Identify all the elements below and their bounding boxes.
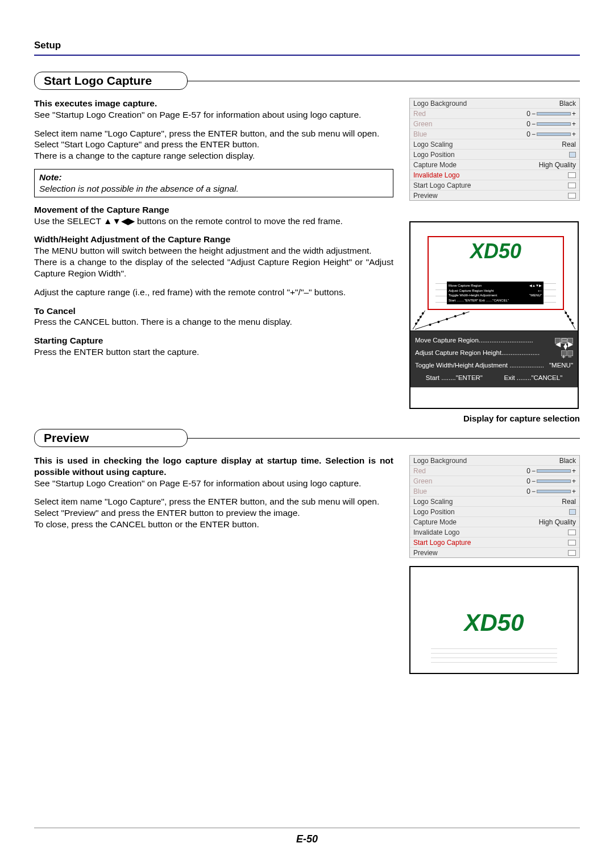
menu-item[interactable]: Logo ScalingReal <box>410 139 579 150</box>
capture-red-frame: XD50 Move Capture Region◀▲▼▶ Adjust Capt… <box>428 236 564 310</box>
txt-pv1: See "Startup Logo Creation" on Page E-57… <box>34 478 361 488</box>
txt-p3: Use the SELECT ▲▼◀▶ buttons on the remot… <box>34 216 393 227</box>
menu-item[interactable]: Invalidate Logo <box>410 170 579 180</box>
section-line <box>186 438 580 439</box>
menu-item[interactable]: Start Logo Capture <box>410 180 579 191</box>
menu-item-value: High Quality <box>530 518 576 526</box>
menu-item-value <box>530 152 576 158</box>
mini-osd: Move Capture Region◀▲▼▶ Adjust Capture R… <box>447 282 544 304</box>
txt-p2a: Select item name "Logo Capture", press t… <box>34 129 379 138</box>
menu-item[interactable]: Red0 − + <box>410 466 579 476</box>
txt-p4a: The MENU button will switch between the … <box>34 246 372 255</box>
menu-item-value <box>530 540 576 545</box>
menu-item-value <box>530 530 576 535</box>
svg-line-0 <box>413 311 425 329</box>
menu-item-value: 0 − + <box>526 120 576 128</box>
svg-point-14 <box>446 318 448 320</box>
txt-p6: Press the CANCEL button. There is a chan… <box>34 316 393 328</box>
menu-item-label: Logo Position <box>413 151 530 159</box>
menu-item[interactable]: Green0 − + <box>410 476 579 486</box>
bold-cancel: To Cancel <box>34 305 393 317</box>
menu-item-value: 0 − + <box>526 467 576 475</box>
menu-item[interactable]: Preview <box>410 191 579 200</box>
menu-item-label: Start Logo Capture <box>413 181 530 189</box>
menu-item[interactable]: Red0 − + <box>410 109 579 119</box>
section-line <box>186 81 580 81</box>
txt-pv2a: Select item name "Logo Capture", press t… <box>34 497 379 506</box>
menu-item[interactable]: Blue0 − + <box>410 129 579 139</box>
svg-point-16 <box>429 324 432 326</box>
capture-osd: Move Capture Region.....................… <box>410 330 578 387</box>
txt-p2c: There is a change to the capture range s… <box>34 151 255 160</box>
bold-width: Width/Height Adjustment of the Capture R… <box>34 234 393 245</box>
menu-item-label: Preview <box>413 192 530 200</box>
txt-pv2b: Select "Preview" and press the ENTER but… <box>34 508 300 518</box>
menu-item-label: Capture Mode <box>413 518 530 526</box>
menu-item-label: Red <box>413 467 526 475</box>
menu-item[interactable]: Logo Position <box>410 150 579 160</box>
menu-item-value: Real <box>530 140 576 148</box>
menu-item-label: Logo Background <box>413 457 530 465</box>
txt-pv2c: To close, press the CANCEL button or the… <box>34 519 259 529</box>
menu-item-value <box>530 183 576 188</box>
menu-item-value: Real <box>530 498 576 506</box>
page-header: Setup <box>34 40 580 51</box>
menu-item-value <box>530 172 576 178</box>
menu-item[interactable]: Start Logo Capture <box>410 538 579 548</box>
menu-item-label: Start Logo Capture <box>413 539 530 547</box>
svg-point-3 <box>417 319 420 321</box>
svg-point-7 <box>567 315 569 317</box>
bold-preview-desc: This is used in checking the logo captur… <box>34 456 393 477</box>
menu-item[interactable]: Logo Position <box>410 507 579 517</box>
svg-line-11 <box>415 312 470 329</box>
bold-movement: Movement of the Capture Range <box>34 204 393 216</box>
menu-item[interactable]: Logo BackgroundBlack <box>410 456 579 466</box>
svg-point-9 <box>571 322 574 324</box>
menu-item-value: Black <box>530 457 576 465</box>
section-preview: Preview <box>34 429 188 447</box>
menu-item-label: Red <box>413 110 526 118</box>
note-body: Selection is not possible in the absence… <box>39 183 388 195</box>
txt-p7: Press the ENTER button start the capture… <box>34 346 393 358</box>
svg-point-1 <box>422 312 424 315</box>
menu-item-label: Preview <box>413 549 530 557</box>
menu-item-value: High Quality <box>530 161 576 169</box>
svg-point-8 <box>569 319 571 321</box>
svg-point-13 <box>454 315 457 317</box>
menu-item-value: 0 − + <box>526 477 576 485</box>
txt-p5: Adjust the capture range (i.e., red fram… <box>34 287 393 298</box>
svg-point-4 <box>415 323 417 325</box>
menu-item[interactable]: Green0 − + <box>410 119 579 129</box>
menu-item[interactable]: Logo ScalingReal <box>410 497 579 507</box>
preview-logo-text: XD50 <box>464 609 524 636</box>
menu-item[interactable]: Capture ModeHigh Quality <box>410 517 579 527</box>
menu-item-value <box>530 193 576 199</box>
menu-item-label: Invalidate Logo <box>413 171 530 179</box>
svg-point-12 <box>463 312 465 315</box>
menu-item-label: Blue <box>413 130 526 138</box>
menu-item[interactable]: Logo BackgroundBlack <box>410 98 579 109</box>
menu-item[interactable]: Capture ModeHigh Quality <box>410 160 579 170</box>
menu-item-label: Logo Background <box>413 100 530 108</box>
svg-point-15 <box>437 321 439 323</box>
menu-item-label: Green <box>413 120 526 128</box>
note-box: Note: Selection is not possible in the a… <box>34 169 393 197</box>
menu-item[interactable]: Blue0 − + <box>410 486 579 497</box>
menu-item-label: Green <box>413 477 526 485</box>
preview-display: XD50 <box>409 566 579 674</box>
svg-point-6 <box>565 312 567 314</box>
section-start-logo-capture: Start Logo Capture <box>34 72 188 90</box>
menu-item[interactable]: Preview <box>410 548 579 557</box>
capture-caption: Display for capture selection <box>409 414 580 423</box>
logo-text: XD50 <box>470 239 521 263</box>
svg-line-5 <box>565 311 575 329</box>
header-divider <box>34 55 580 56</box>
menu-item-value: 0 − + <box>526 130 576 138</box>
menu-item-value: 0 − + <box>526 110 576 118</box>
page-number: E-50 <box>0 833 614 845</box>
menu-panel-2: Logo BackgroundBlackRed0 − +Green0 − +Bl… <box>409 455 580 558</box>
note-title: Note: <box>39 172 388 183</box>
menu-item[interactable]: Invalidate Logo <box>410 527 579 538</box>
menu-item-value: Black <box>530 100 576 108</box>
txt-p1: See "Startup Logo Creation" on Page E-57… <box>34 110 361 119</box>
